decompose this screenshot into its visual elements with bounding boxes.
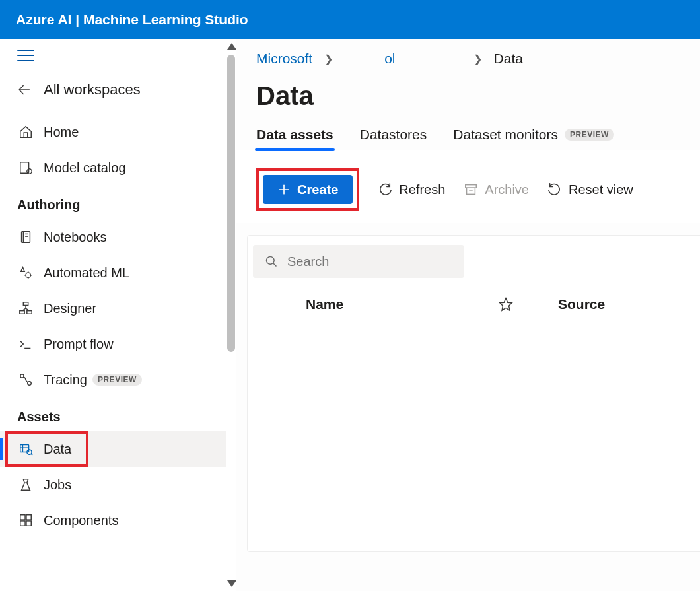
column-header-source[interactable]: Source: [551, 296, 605, 312]
search-field[interactable]: [253, 245, 464, 278]
svg-rect-9: [20, 311, 24, 314]
svg-rect-24: [20, 521, 25, 526]
search-input[interactable]: [287, 254, 454, 269]
refresh-label: Refresh: [399, 182, 445, 197]
plus-icon: [277, 183, 291, 196]
breadcrumb-link[interactable]: Microsoft: [256, 51, 312, 67]
data-icon: [17, 442, 34, 456]
breadcrumb-link[interactable]: ol: [384, 51, 395, 67]
svg-rect-29: [467, 188, 475, 194]
sidebar-item-label: Designer: [44, 301, 96, 316]
sidebar-item-label: Data: [44, 442, 71, 457]
create-button-label: Create: [297, 182, 338, 197]
svg-rect-25: [26, 521, 31, 526]
sidebar-section-assets: Assets: [0, 398, 226, 431]
chevron-right-icon: ❯: [473, 53, 482, 65]
jobs-icon: [17, 477, 34, 492]
breadcrumb-current: Data: [494, 51, 523, 67]
scrollbar-up-icon[interactable]: [227, 43, 236, 50]
tracing-icon: [17, 372, 34, 387]
chevron-right-icon: ❯: [324, 53, 333, 65]
svg-point-2: [27, 169, 32, 174]
archive-label: Archive: [485, 182, 529, 197]
all-workspaces-label: All workspaces: [44, 81, 141, 98]
star-icon: [499, 297, 513, 312]
reset-icon: [547, 182, 562, 197]
sidebar-item-label: Home: [44, 125, 79, 140]
app-title: Azure AI | Machine Learning Studio: [16, 12, 248, 28]
main-content: Microsoft ❯ ol ❯ Data Data Data assets D…: [236, 39, 700, 591]
app-header: Azure AI | Machine Learning Studio: [0, 0, 700, 39]
sidebar-item-model-catalog[interactable]: Model catalog: [0, 150, 226, 186]
sidebar-item-label: Automated ML: [44, 265, 129, 281]
sidebar-item-prompt-flow[interactable]: Prompt flow: [0, 326, 226, 362]
sidebar-item-automated-ml[interactable]: Automated ML: [0, 255, 226, 291]
sidebar-scrollbar[interactable]: [226, 39, 236, 591]
refresh-button[interactable]: Refresh: [378, 182, 445, 197]
menu-toggle-icon[interactable]: [17, 50, 34, 61]
sidebar-item-label: Components: [44, 513, 118, 528]
svg-rect-10: [27, 311, 32, 314]
sidebar-item-home[interactable]: Home: [0, 114, 226, 150]
scrollbar-thumb[interactable]: [227, 55, 235, 352]
scrollbar-down-icon[interactable]: [227, 580, 236, 587]
preview-badge: PREVIEW: [92, 374, 142, 386]
tab-label: Datastores: [360, 127, 427, 143]
breadcrumb: Microsoft ❯ ol ❯ Data: [236, 39, 700, 75]
svg-marker-33: [500, 298, 512, 310]
tab-label: Data assets: [256, 127, 333, 143]
toolbar: Create Refresh Archive Reset view: [236, 150, 700, 223]
sidebar-item-tracing[interactable]: Tracing PREVIEW: [0, 362, 226, 398]
svg-rect-1: [20, 162, 29, 174]
sidebar-item-notebooks[interactable]: Notebooks: [0, 219, 226, 255]
svg-rect-8: [23, 302, 28, 306]
svg-line-32: [273, 263, 277, 267]
create-button[interactable]: Create: [263, 175, 353, 204]
svg-rect-23: [26, 515, 31, 520]
svg-point-31: [267, 257, 275, 265]
tab-dataset-monitors[interactable]: Dataset monitors PREVIEW: [453, 127, 614, 149]
home-icon: [17, 125, 34, 139]
catalog-icon: [17, 160, 34, 175]
page-title: Data: [236, 75, 700, 127]
reset-view-label: Reset view: [569, 182, 633, 197]
sidebar-item-label: Notebooks: [44, 230, 107, 245]
svg-line-21: [31, 454, 32, 455]
automl-icon: [17, 265, 34, 280]
archive-icon: [464, 182, 478, 197]
arrow-left-icon: [17, 83, 34, 97]
designer-icon: [17, 301, 34, 316]
components-icon: [17, 513, 34, 528]
sidebar-section-authoring: Authoring: [0, 186, 226, 219]
refresh-icon: [378, 182, 392, 197]
svg-point-7: [26, 273, 30, 277]
sidebar-item-label: Jobs: [44, 477, 71, 493]
tab-label: Dataset monitors: [453, 127, 558, 143]
sidebar-item-designer[interactable]: Designer: [0, 291, 226, 326]
svg-rect-22: [20, 515, 25, 520]
column-header-favorite[interactable]: [499, 297, 551, 312]
archive-button: Archive: [464, 182, 529, 197]
sidebar-item-label: Prompt flow: [44, 337, 114, 352]
tab-datastores[interactable]: Datastores: [360, 127, 427, 149]
data-panel: Name Source: [247, 235, 700, 552]
table-header: Name Source: [248, 278, 700, 319]
sidebar-item-label: Tracing: [44, 372, 87, 388]
prompt-flow-icon: [17, 337, 34, 351]
search-icon: [265, 255, 278, 268]
sidebar-item-data[interactable]: Data: [0, 431, 226, 467]
tab-data-assets[interactable]: Data assets: [256, 127, 333, 149]
svg-rect-3: [22, 232, 30, 243]
sidebar: All workspaces Home Model catalog Author…: [0, 39, 226, 591]
preview-badge: PREVIEW: [565, 129, 614, 141]
column-header-name[interactable]: Name: [248, 296, 499, 312]
sidebar-item-label: Model catalog: [44, 160, 126, 176]
tab-bar: Data assets Datastores Dataset monitors …: [236, 127, 700, 150]
reset-view-button[interactable]: Reset view: [547, 182, 633, 197]
sidebar-item-components[interactable]: Components: [0, 503, 226, 538]
annotation-highlight-box: Create: [256, 168, 359, 211]
notebook-icon: [17, 230, 34, 244]
sidebar-item-jobs[interactable]: Jobs: [0, 467, 226, 503]
all-workspaces-link[interactable]: All workspaces: [0, 72, 226, 108]
